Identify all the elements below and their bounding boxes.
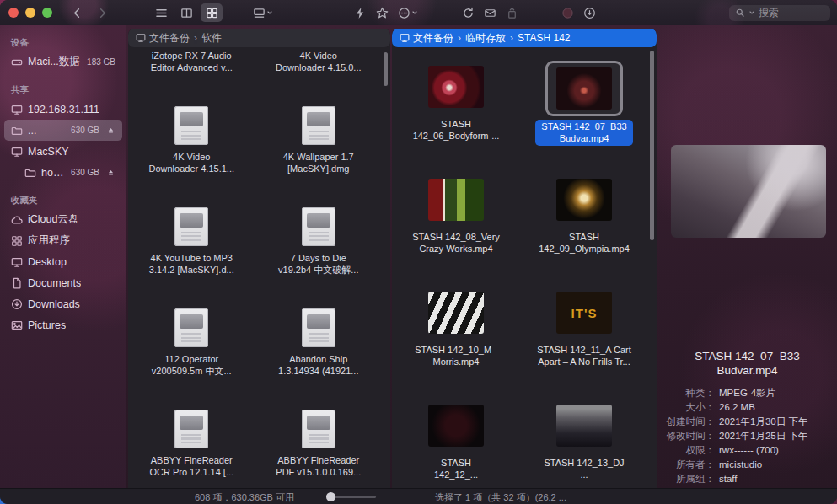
video-name: STASH 142_12_...	[428, 456, 484, 482]
breadcrumb-segment[interactable]: 软件	[201, 31, 222, 46]
video-item[interactable]: STASH 142_07_B33 Budvar.mp4	[520, 61, 648, 174]
preview-thumbnail	[671, 145, 826, 238]
info-label: 创建时间：	[659, 415, 715, 429]
folder-icon	[11, 125, 23, 137]
chevron-down-icon	[266, 9, 273, 16]
sidebar-item[interactable]: home630 GB	[4, 162, 122, 183]
right-pane: STASH 142_06_Bodyform-...STASH 142_07_B3…	[392, 29, 657, 489]
breadcrumb-separator: ›	[458, 32, 461, 44]
zoom-slider-knob[interactable]	[326, 492, 335, 501]
info-value: MPEG-4影片	[719, 386, 775, 400]
sidebar-section-title: 共享	[11, 84, 115, 96]
toolbar: 搜索	[0, 0, 837, 26]
file-item[interactable]: 112 Operator v200509.5m 中文...	[128, 302, 255, 403]
video-item[interactable]: STASH 142_06_Bodyform-...	[392, 61, 520, 174]
file-item[interactable]: 4K Video Downloader 4.15.1...	[128, 99, 255, 201]
close-button[interactable]	[8, 8, 19, 18]
status-indicator-button[interactable]	[556, 3, 578, 22]
minimize-button[interactable]	[25, 8, 35, 18]
arrange-menu-button[interactable]	[248, 3, 278, 22]
folder-icon	[24, 167, 36, 179]
chevron-down-icon	[748, 9, 755, 16]
sidebar-item[interactable]: Maci...数据183 GB	[4, 51, 122, 72]
file-item[interactable]: 7 Days to Die v19.2b4 中文破解...	[255, 201, 383, 302]
sidebar-item[interactable]: iCloud云盘	[4, 209, 122, 230]
left-pane-pathbar[interactable]: 文件备份›软件	[128, 29, 390, 47]
sidebar-item[interactable]: Downloads	[4, 293, 122, 314]
video-name: STASH 142_08_Very Crazy Works.mp4	[406, 230, 506, 256]
star-icon	[376, 7, 389, 19]
video-name: STASH 142_13_DJ ...	[538, 456, 630, 482]
sidebar-item[interactable]: 192.168.31.111	[4, 99, 122, 120]
sidebar-item-label: 192.168.31.111	[28, 104, 99, 115]
more-actions-button[interactable]	[393, 3, 423, 22]
grid-view-button[interactable]	[201, 3, 223, 22]
share-button[interactable]	[501, 3, 523, 22]
info-value: 2021年1月30日 下午	[719, 415, 807, 429]
file-icon	[174, 106, 208, 145]
mail-icon	[484, 7, 496, 19]
file-item[interactable]: 4K Wallpaper 1.7 [MacSKY].dmg	[255, 99, 383, 201]
search-field[interactable]: 搜索	[729, 5, 830, 21]
zoom-slider[interactable]	[327, 496, 376, 498]
sidebar-item-detail: 630 GB	[71, 126, 99, 135]
column-view-button[interactable]	[175, 3, 197, 22]
video-item[interactable]: STASH 142_12_...	[392, 399, 520, 489]
info-label: 种类：	[659, 386, 715, 400]
file-manager-window: 搜索 设备Maci...数据183 GB共享192.168.31.111...6…	[0, 0, 837, 504]
left-pane-scrollbar[interactable]	[384, 52, 388, 86]
back-button[interactable]	[66, 3, 88, 22]
sidebar-item[interactable]: 应用程序	[4, 230, 122, 251]
right-pane-pathbar[interactable]: 文件备份›临时存放›STASH 142	[392, 29, 657, 47]
forward-button[interactable]	[91, 3, 113, 22]
breadcrumb-segment[interactable]: STASH 142	[518, 32, 570, 44]
sidebar-item-label: Pictures	[28, 319, 66, 331]
video-item[interactable]: STASH 142_10_M - Morris.mp4	[392, 287, 520, 399]
video-thumbnail	[428, 66, 484, 108]
video-item[interactable]: STASH 142_13_DJ ...	[520, 399, 648, 489]
sidebar-item[interactable]: Desktop	[4, 251, 122, 272]
video-name: STASH 142_07_B33 Budvar.mp4	[535, 120, 632, 146]
info-label: 修改时间：	[659, 429, 715, 443]
refresh-button[interactable]	[457, 3, 479, 22]
file-item[interactable]: ABBYY FineReader OCR Pro 12.1.14 [...	[128, 403, 255, 489]
right-pane-scrollbar[interactable]	[650, 51, 654, 240]
file-item[interactable]: ABBYY FineReader PDF v15.1.0.0.169...	[255, 403, 383, 489]
maximize-button[interactable]	[42, 8, 52, 18]
quick-actions-button[interactable]	[349, 3, 371, 22]
list-view-button[interactable]	[150, 3, 172, 22]
sidebar-item-label: home	[41, 167, 66, 179]
breadcrumb-segment[interactable]: 文件备份	[149, 31, 190, 46]
file-item[interactable]: iZotope RX 7 Audio Editor Advanced v...	[128, 47, 255, 99]
file-item[interactable]: 4K YouTube to MP3 3.14.2 [MacSKY].d...	[128, 201, 255, 302]
info-value: micistudio	[719, 458, 762, 472]
sidebar-item[interactable]: MacSKY	[4, 141, 122, 162]
sidebar-item-label: ...	[28, 125, 36, 137]
sidebar: 设备Maci...数据183 GB共享192.168.31.111...630 …	[0, 25, 126, 489]
video-item[interactable]: STASH 142_09_Olympia.mp4	[520, 174, 648, 287]
breadcrumb-segment[interactable]: 文件备份	[413, 31, 453, 46]
sidebar-item[interactable]: Pictures	[4, 314, 122, 335]
video-thumbnail	[428, 179, 484, 221]
sidebar-item[interactable]: ...630 GB	[4, 120, 122, 141]
sidebar-sections: 设备Maci...数据183 GB共享192.168.31.111...630 …	[0, 37, 126, 335]
file-item[interactable]: 4K Video Downloader 4.15.0...	[255, 47, 383, 99]
column-view-icon	[180, 7, 193, 19]
breadcrumb-segment[interactable]: 临时存放	[465, 31, 506, 46]
preview-info: 种类：MPEG-4影片大小：26.2 MB创建时间：2021年1月30日 下午修…	[659, 386, 832, 486]
download-manager-button[interactable]	[578, 3, 600, 22]
grid-view-icon	[206, 7, 218, 19]
file-name: iZotope RX 7 Audio Editor Advanced v...	[151, 51, 233, 73]
favorites-button[interactable]	[371, 3, 393, 22]
info-label: 大小：	[659, 400, 715, 415]
status-selection-info: 选择了 1 项（共 32 项）(26.2 ...	[386, 491, 615, 504]
sidebar-item-label: Downloads	[28, 298, 80, 310]
info-row: 种类：MPEG-4影片	[659, 386, 832, 400]
file-icon	[302, 308, 335, 347]
mail-button[interactable]	[479, 3, 501, 22]
file-item[interactable]: Abandon Ship 1.3.14934 (41921...	[255, 302, 383, 403]
video-item[interactable]: IT'SSTASH 142_11_A Cart Apart – A No Fri…	[520, 287, 648, 399]
sidebar-item[interactable]: Documents	[4, 272, 122, 293]
video-item[interactable]: STASH 142_08_Very Crazy Works.mp4	[392, 174, 520, 287]
sidebar-item-label: Desktop	[28, 256, 67, 268]
